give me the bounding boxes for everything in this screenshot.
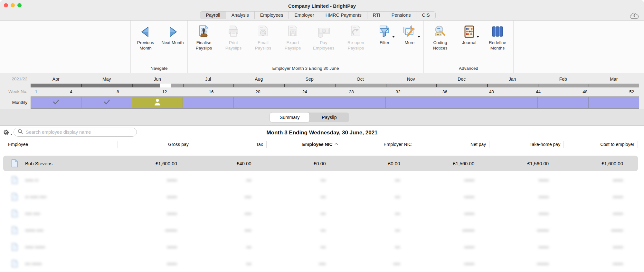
employee-row[interactable]: •••• •••••••••••••••••••••••••••••••••••… [3,206,638,221]
close-button[interactable] [4,3,8,7]
toolbar-button-label: Next Month [161,40,184,46]
value-cost-to-employer: ••••••• [564,228,638,233]
employee-row[interactable]: •• ••••• •••••••••••••••••••••••••••••••… [3,189,638,204]
tab-employer[interactable]: Employer [289,12,320,19]
cloud-sync-icon[interactable] [629,12,639,22]
period-cell-dec-future[interactable] [436,97,487,108]
period-cell-jan-future[interactable] [487,97,538,108]
previous-month-button[interactable]: Previous Month [132,24,159,51]
column-header-net-pay[interactable]: Net pay [415,141,489,148]
column-header-employee[interactable]: Employee [0,141,118,148]
month-label-jun: Jun [132,75,183,83]
toggle-summary[interactable]: Summary [270,113,309,122]
more-icon [402,24,417,39]
zoom-button[interactable] [17,3,22,7]
column-header-label: Employee NIC [302,142,332,147]
employee-row[interactable]: ••• ••••••••••••••••••••••••••••••••••••… [3,256,638,271]
employee-row[interactable]: ••••• ••••••••••••••••••••••••••••••••••… [3,172,638,188]
employee-row[interactable]: ••••• ••••••••••••••••••••••••••••••••••… [3,239,638,255]
filter-icon [377,24,392,39]
toggle-payslip[interactable]: Payslip [309,113,349,122]
tax-year-label: 2021/22 [0,75,31,83]
column-header-tax[interactable]: Tax [192,141,266,148]
period-cell-nov-future[interactable] [386,97,436,108]
toolbar-button-label: Email Payslips [250,40,276,51]
tab-cis[interactable]: CIS [416,12,435,19]
value-tax: •••• [192,194,266,200]
week-number-24: 24 [302,87,307,96]
value-net-pay: £1,560.00 [415,161,489,166]
value-employer-nic: £0.00 [341,161,415,166]
search-input[interactable] [26,130,133,135]
value-employee-nic: £0.00 [266,161,341,166]
column-header-employee-nic[interactable]: Employee NIC [266,141,341,148]
month-label-feb: Feb [538,75,589,83]
value-take-home-pay: £1,560.00 [489,161,564,166]
filter-button[interactable]: Filter [372,24,397,46]
week-number-4: 4 [70,87,72,96]
week-number-52: 52 [629,87,634,96]
employee-rows: Bob Stevens£1,600.00£40.00£0.00£0.00£1,5… [0,150,644,271]
tab-rti[interactable]: RTI [367,12,386,19]
column-header-label: Gross pay [168,142,189,147]
payslip-document-icon [11,209,18,218]
period-cell-oct-future[interactable] [335,97,386,108]
payslip-document-icon [11,259,18,268]
period-cell-apr-finalised[interactable] [31,97,81,108]
period-cell-feb-future[interactable] [538,97,588,108]
value-gross-pay: ••••••• [118,228,192,233]
tab-hmrc-payments[interactable]: HMRC Payments [320,12,367,19]
monthly-schedule-label: Monthly [0,96,31,109]
print-payslips-button: Print Payslips [219,24,248,51]
value-net-pay: •••••• [415,261,489,267]
payslip-document-icon [11,226,18,234]
week-number-8: 8 [117,87,119,96]
window-title: Company Limited - BrightPay [0,0,644,12]
value-employer-nic: ••• [341,228,415,233]
week-number-20: 20 [256,87,260,96]
column-header-take-home-pay[interactable]: Take-home pay [489,141,564,148]
redefine-months-button[interactable]: Redefine Months [483,24,512,51]
column-header-gross-pay[interactable]: Gross pay [118,141,192,148]
month-boundary-tick [132,84,133,87]
column-header-cost-to-employer[interactable]: Cost to employer [564,141,638,148]
period-cell-jul-future[interactable] [183,97,233,108]
value-gross-pay: •••••• [118,244,192,250]
tab-analysis[interactable]: Analysis [226,12,255,19]
finalise-payslips-button[interactable]: Finalise Payslips [189,24,219,51]
month-label-may: May [81,75,132,83]
week-number-1: 1 [35,87,37,96]
column-header-employer-nic[interactable]: Employer NIC [341,141,415,148]
tab-pensions[interactable]: Pensions [386,12,417,19]
chevron-down-icon [418,36,420,38]
toolbar-group-advanced: P9P6SL1Coding NoticesJournalRedefine Mon… [423,21,514,73]
payslip-document-icon [11,243,18,251]
column-header-label: Employer NIC [384,142,412,147]
toolbar-group-label: Employer Month 3 Ending 30 June [189,64,422,72]
period-cell-sep-future[interactable] [284,97,335,108]
employee-row-bob-stevens[interactable]: Bob Stevens£1,600.00£40.00£0.00£0.00£1,5… [3,156,638,171]
pay-employees-button: Pay Employees [308,24,340,51]
tab-payroll[interactable]: Payroll [200,12,226,19]
period-cell-mar-future[interactable] [589,97,639,108]
table-options-button[interactable] [3,129,12,137]
employee-row[interactable]: •••••• •••••••••••••••••••••••••••••••••… [3,222,638,238]
employee-name-cell: ••••• •• [3,176,118,184]
employee-name-cell: •• ••••• •••• [3,193,118,201]
coding-notices-button[interactable]: P9P6SL1Coding Notices [425,24,455,51]
minimize-button[interactable] [11,3,15,7]
employee-name: ••••• •• [25,177,38,183]
value-cost-to-employer: •••••• [564,194,638,200]
progress-elapsed [31,84,160,87]
value-take-home-pay: •••••• [489,244,564,250]
value-cost-to-employer: £1,600.00 [564,161,638,166]
tab-employees[interactable]: Employees [255,12,289,19]
journal-button[interactable]: Journal [455,24,483,46]
nav-tabs: PayrollAnalysisEmployeesEmployerHMRC Pay… [200,11,435,19]
period-cell-aug-future[interactable] [234,97,284,108]
period-cell-jun-current[interactable] [132,97,183,108]
next-month-button[interactable]: Next Month [159,24,186,46]
more-button[interactable]: More [397,24,422,46]
progress-current-period [160,84,171,87]
period-cell-may-finalised[interactable] [81,97,132,108]
